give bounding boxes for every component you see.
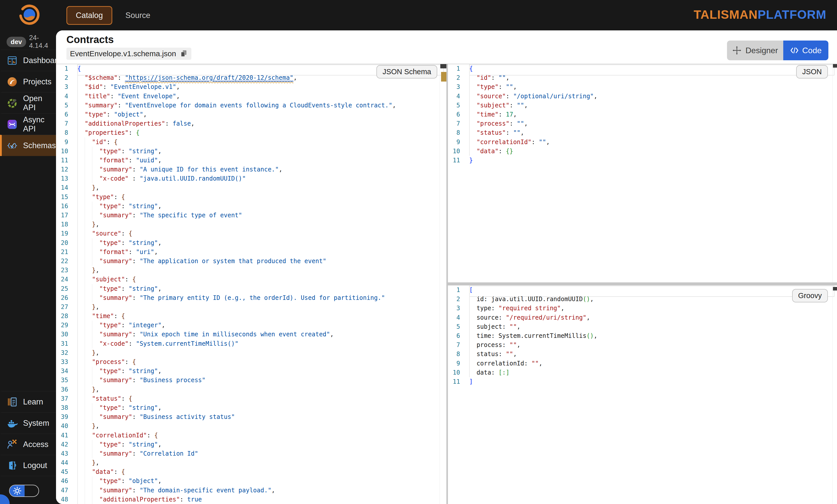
line-number: 9: [448, 359, 460, 368]
code-line: 42 "type": "string",: [56, 440, 446, 449]
code-lines: 1{2 "$schema": "https://json-schema.org/…: [56, 64, 446, 504]
line-number: 43: [56, 449, 68, 458]
indent-guide: [85, 495, 85, 504]
env-badge: dev: [6, 37, 26, 47]
indent-guide: [77, 137, 78, 147]
line-number: 11: [448, 156, 460, 165]
indent-guide: [85, 403, 85, 412]
line-number: 2: [448, 73, 460, 82]
line-number: 27: [56, 302, 68, 312]
indent-guide: [92, 156, 92, 165]
indent-guide: [85, 202, 85, 211]
schemas-icon: [6, 140, 18, 151]
corner-accent: [0, 494, 10, 504]
scrollbar-track: [440, 64, 440, 504]
indent-guide: [85, 147, 85, 156]
line-number: 5: [448, 101, 460, 110]
line-number: 14: [56, 183, 68, 192]
json-preview-editor[interactable]: 1{2 "id": "",3 "type": "",4 "source": "/…: [448, 64, 837, 282]
line-number: 28: [56, 312, 68, 321]
code-line: 17 "summary": "The specific type of even…: [56, 211, 446, 220]
line-number: 30: [56, 330, 68, 339]
indent-guide: [77, 449, 78, 458]
sidebar-item-schemas[interactable]: Schemas: [0, 135, 56, 156]
line-number: 7: [448, 340, 460, 350]
line-number: 10: [56, 147, 68, 156]
indent-guide: [77, 119, 78, 128]
code-line: 7 "additionalProperties": false,: [56, 119, 446, 128]
indent-guide: [92, 202, 92, 211]
code-button[interactable]: Code: [783, 40, 829, 60]
line-number: 10: [448, 147, 460, 156]
line-number: 19: [56, 229, 68, 238]
indent-guide: [77, 431, 78, 440]
indent-guide: [77, 330, 78, 339]
copy-icon[interactable]: [180, 50, 188, 58]
code-line: 6 "time": 17,: [448, 110, 837, 119]
indent-guide: [92, 247, 92, 257]
line-number: 48: [56, 495, 68, 504]
theme-toggle-active-side: [10, 485, 24, 497]
code-line: 20 "type": "string",: [56, 238, 446, 247]
indent-guide: [92, 211, 92, 220]
learn-icon: [6, 396, 18, 408]
indent-guide: [469, 322, 470, 331]
brand-logo: TALISMANPLATFORM: [694, 7, 826, 21]
theme-toggle[interactable]: [9, 485, 39, 497]
code-line: 36 },: [56, 385, 446, 394]
indent-guide: [77, 92, 78, 101]
app-logo[interactable]: [18, 3, 40, 26]
indent-guide: [469, 147, 470, 156]
sidebar-item-label: Access: [23, 440, 49, 449]
code-line: 33 "process": {: [56, 357, 446, 367]
indent-guide: [85, 284, 85, 293]
code-line: 6 time: System.currentTimeMillis(),: [448, 331, 837, 340]
scrollbar-thumb[interactable]: [833, 287, 837, 291]
code-line: 28 "time": {: [56, 312, 446, 321]
indent-guide: [85, 247, 85, 257]
scrollbar-thumb[interactable]: [440, 64, 446, 68]
code-line: 10 data: [:]: [448, 368, 837, 377]
code-line: 38 "type": "string",: [56, 403, 446, 412]
sidebar-item-system[interactable]: System: [0, 412, 56, 434]
indent-guide: [92, 165, 92, 174]
indent-guide: [92, 330, 92, 339]
indent-guide: [77, 101, 78, 110]
indent-guide: [85, 229, 85, 238]
sidebar-item-logout[interactable]: Logout: [0, 455, 56, 476]
sidebar-item-projects[interactable]: Projects: [0, 71, 56, 92]
scrollbar-thumb[interactable]: [833, 64, 837, 68]
indent-guide: [77, 412, 78, 422]
code-line: 43 "summary": "Correlation Id": [56, 449, 446, 458]
designer-button[interactable]: Designer: [727, 40, 783, 60]
tab-source[interactable]: Source: [125, 11, 150, 20]
environment-info: dev 24-4.14.4: [0, 31, 56, 50]
indent-guide: [85, 422, 85, 431]
sidebar-item-dashboard[interactable]: Dashboard: [0, 50, 56, 71]
indent-guide: [92, 440, 92, 449]
indent-guide: [469, 340, 470, 350]
code-line: 19 "source": {: [56, 229, 446, 238]
language-badge: JSON Schema: [376, 65, 437, 78]
sidebar-item-asyncapi[interactable]: Async API: [0, 113, 56, 135]
tab-catalog[interactable]: Catalog: [67, 6, 112, 25]
language-badge: JSON: [796, 65, 828, 78]
indent-guide: [92, 147, 92, 156]
sidebar-item-access[interactable]: Access: [0, 434, 56, 455]
line-number: 6: [56, 110, 68, 119]
line-number: 7: [448, 119, 460, 128]
indent-guide: [469, 137, 470, 147]
filename-chip[interactable]: EventEnvelope.v1.schema.json: [67, 48, 191, 60]
indent-guide: [85, 174, 85, 183]
overview-ruler-warning: [441, 72, 446, 81]
line-number: 22: [56, 257, 68, 266]
groovy-preview-editor[interactable]: 1[2 id: java.util.UUID.randomUUID(),3 ty…: [448, 285, 837, 504]
indent-guide: [77, 128, 78, 137]
indent-guide: [77, 495, 78, 504]
code-line: 10 "data": {}: [448, 147, 837, 156]
sidebar-item-learn[interactable]: Learn: [0, 391, 56, 412]
designer-button-label: Designer: [746, 46, 778, 55]
indent-guide: [85, 211, 85, 220]
sidebar-item-openapi[interactable]: Open API: [0, 92, 56, 113]
json-schema-editor[interactable]: 1{2 "$schema": "https://json-schema.org/…: [56, 64, 446, 504]
